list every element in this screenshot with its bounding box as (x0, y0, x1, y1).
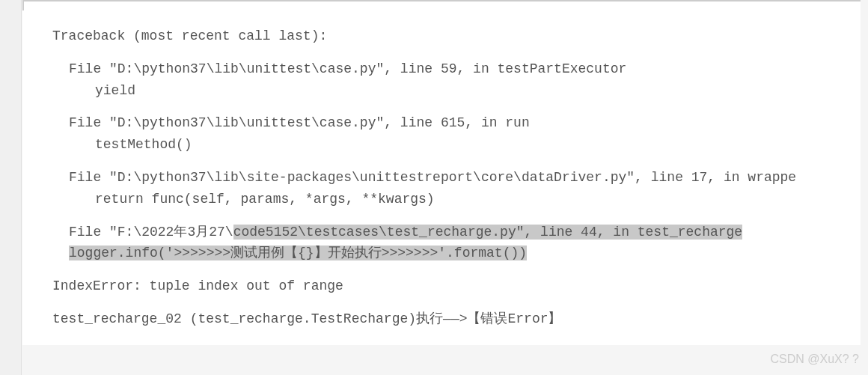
frame-file-line: File "D:\python37\lib\site-packages\unit… (69, 167, 846, 189)
frame-code-line: testMethod() (95, 134, 846, 156)
frame-file-line: File "D:\python37\lib\unittest\case.py",… (69, 112, 846, 134)
header-divider (144, 0, 145, 1)
header-divider (428, 0, 430, 1)
traceback-container: Traceback (most recent call last): File … (22, 10, 861, 345)
stack-frame: File "D:\python37\lib\unittest\case.py",… (69, 112, 846, 156)
test-result-line: test_recharge_02 (test_recharge.TestRech… (52, 308, 846, 330)
frame-code-line: logger.info('>>>>>>>测试用例【{}】开始执行>>>>>>>'… (69, 243, 846, 264)
frame-code-line: return func(self, params, *args, **kwarg… (95, 189, 846, 210)
error-message: IndexError: tuple index out of range (52, 275, 846, 297)
highlighted-text: code5152\testcases\test_recharge.py", li… (233, 225, 743, 240)
frame-file-line: File "F:\2022年3月27\code5152\testcases\te… (69, 222, 846, 243)
traceback-header: Traceback (most recent call last): (52, 25, 846, 47)
left-margin (0, 0, 22, 345)
stack-frame: File "D:\python37\lib\unittest\case.py",… (69, 58, 846, 102)
highlighted-text: logger.info('>>>>>>>测试用例【{}】开始执行>>>>>>>'… (69, 246, 527, 260)
table-header-border (22, 0, 861, 10)
frame-file-line: File "D:\python37\lib\unittest\case.py",… (69, 58, 846, 80)
stack-frame: File "D:\python37\lib\site-packages\unit… (69, 167, 846, 210)
stack-frame-highlighted: File "F:\2022年3月27\code5152\testcases\te… (69, 222, 846, 265)
frame-path-prefix: File "F:\2022年3月27\ (69, 225, 233, 240)
frame-code-line: yield (95, 80, 846, 102)
